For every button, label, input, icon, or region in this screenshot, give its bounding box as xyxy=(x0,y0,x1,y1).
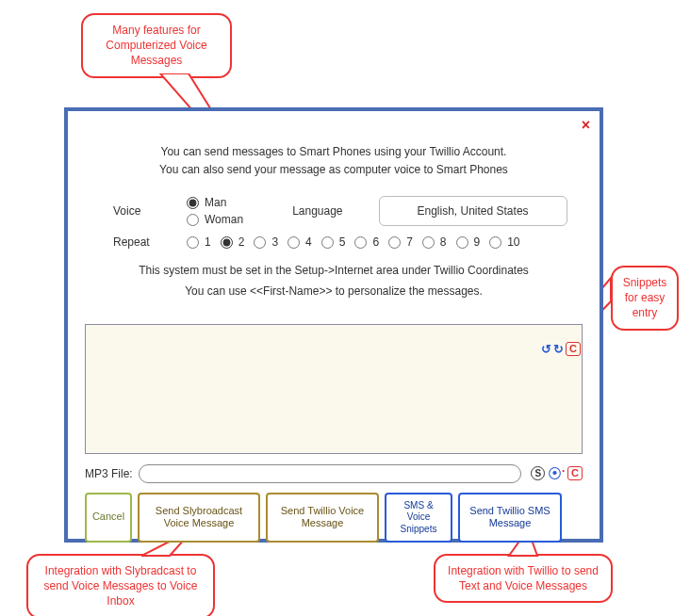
intro-line-1: You can send messages to Smart Phones us… xyxy=(85,143,583,161)
repeat-row: Repeat 12345678910 xyxy=(85,235,583,249)
repeat-option-7[interactable]: 7 xyxy=(388,235,413,249)
callout-twillio: Integration with Twillio to send Text an… xyxy=(434,554,613,603)
snippets-button[interactable]: SMS & Voice Snippets xyxy=(385,493,452,543)
repeat-radio-6[interactable] xyxy=(354,236,367,249)
undo-icon[interactable]: ↺ xyxy=(541,342,551,356)
clear-icon[interactable]: C xyxy=(566,342,581,356)
repeat-option-5[interactable]: 5 xyxy=(321,235,346,249)
mp3-row: MP3 File: S ⦿ • C xyxy=(85,464,583,483)
repeat-label: Repeat xyxy=(113,235,168,249)
voice-option-woman[interactable]: Woman xyxy=(187,213,243,226)
voice-options: Man Woman xyxy=(187,196,243,226)
repeat-radio-5[interactable] xyxy=(321,236,334,249)
repeat-option-2[interactable]: 2 xyxy=(221,235,245,249)
language-select[interactable]: English, United States xyxy=(379,196,567,226)
repeat-radio-7[interactable] xyxy=(388,236,401,249)
close-button[interactable]: × xyxy=(582,117,590,134)
callout-snippets: Snippets for easy entry xyxy=(611,266,679,331)
voice-option-man[interactable]: Man xyxy=(187,196,243,209)
repeat-radio-10[interactable] xyxy=(489,236,501,249)
s-icon[interactable]: S xyxy=(531,466,545,480)
button-row: Cancel Send Slybroadcast Voice Message S… xyxy=(85,493,583,543)
repeat-radio-2[interactable] xyxy=(221,236,233,249)
voice-label: Voice xyxy=(113,204,168,218)
personalize-note: You can use <<First-Name>> to personaliz… xyxy=(85,284,583,298)
clear-mp3-icon[interactable]: C xyxy=(567,466,583,480)
repeat-radio-3[interactable] xyxy=(254,236,266,249)
language-label: Language xyxy=(292,204,342,218)
voice-radio-man[interactable] xyxy=(187,197,199,209)
repeat-option-6[interactable]: 6 xyxy=(354,235,379,249)
repeat-option-1[interactable]: 1 xyxy=(187,235,211,249)
target-icon[interactable]: ⦿ xyxy=(548,465,562,481)
repeat-option-10[interactable]: 10 xyxy=(489,235,519,249)
mp3-toolbar: S ⦿ • C xyxy=(531,465,583,481)
message-textarea[interactable] xyxy=(85,324,583,454)
cancel-button[interactable]: Cancel xyxy=(85,493,132,543)
repeat-option-4[interactable]: 4 xyxy=(288,235,312,249)
repeat-option-8[interactable]: 8 xyxy=(422,235,447,249)
repeat-radio-8[interactable] xyxy=(422,236,435,249)
intro-text: You can send messages to Smart Phones us… xyxy=(85,143,583,179)
intro-line-2: You can also send your message as comput… xyxy=(85,161,583,179)
send-slybroadcast-button[interactable]: Send Slybroadcast Voice Message xyxy=(138,493,260,543)
repeat-options: 12345678910 xyxy=(187,235,520,249)
repeat-radio-9[interactable] xyxy=(456,236,468,249)
mp3-file-input[interactable] xyxy=(139,464,522,483)
repeat-radio-4[interactable] xyxy=(288,236,300,249)
send-twillio-voice-button[interactable]: Send Twillio Voice Message xyxy=(266,493,379,543)
setup-note: This system must be set in the Setup->In… xyxy=(85,262,583,280)
callout-slybroadcast: Integration with Slybradcast to send Voi… xyxy=(26,554,215,616)
text-toolbar-top: ↺ ↻ C xyxy=(541,342,581,356)
record-dot-icon[interactable]: • xyxy=(562,466,565,475)
redo-icon[interactable]: ↻ xyxy=(553,342,564,356)
repeat-option-9[interactable]: 9 xyxy=(456,235,481,249)
repeat-option-3[interactable]: 3 xyxy=(254,235,278,249)
mp3-label: MP3 File: xyxy=(85,467,133,480)
send-twillio-sms-button[interactable]: Send Twillio SMS Message xyxy=(458,493,562,543)
repeat-radio-1[interactable] xyxy=(187,236,199,249)
callout-voice-features: Many features for Computerized Voice Mes… xyxy=(81,13,232,78)
twillio-dialog: × You can send messages to Smart Phones … xyxy=(64,107,603,543)
voice-row: Voice Man Woman Language English, United… xyxy=(85,196,583,226)
voice-radio-woman[interactable] xyxy=(187,214,199,226)
